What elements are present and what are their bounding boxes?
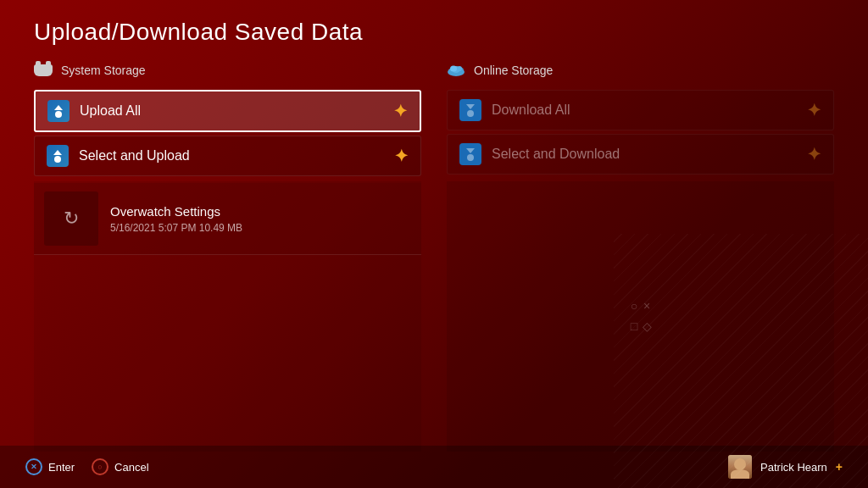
download-all-item[interactable]: Download All ✦	[447, 90, 834, 130]
circle-symbol: ○	[630, 298, 639, 315]
system-storage-header: System Storage	[34, 61, 421, 80]
triangle-symbol: ◇	[643, 319, 652, 336]
save-data-list: ↻ Overwatch Settings 5/16/2021 5:07 PM 1…	[34, 181, 421, 452]
footer: ✕ Enter ○ Cancel Patrick Hearn +	[0, 446, 868, 488]
cancel-label: Cancel	[114, 461, 148, 474]
save-data-item[interactable]: ↻ Overwatch Settings 5/16/2021 5:07 PM 1…	[34, 183, 421, 255]
select-upload-plus: ✦	[394, 146, 409, 166]
enter-label: Enter	[48, 461, 75, 474]
online-storage-label: Online Storage	[474, 64, 553, 77]
controller-icon	[34, 61, 53, 80]
user-avatar	[728, 455, 752, 479]
cancel-button[interactable]: ○ Cancel	[92, 458, 148, 475]
enter-button[interactable]: ✕ Enter	[25, 458, 75, 475]
footer-user: Patrick Hearn +	[728, 455, 843, 479]
square-symbol: □	[630, 319, 639, 336]
svg-point-4	[450, 66, 457, 72]
footer-controls: ✕ Enter ○ Cancel	[25, 458, 149, 475]
system-storage-label: System Storage	[61, 64, 146, 77]
save-data-thumbnail: ↻	[44, 191, 98, 246]
select-upload-item[interactable]: Select and Upload ✦	[34, 136, 421, 176]
select-download-item[interactable]: Select and Download ✦	[447, 134, 834, 175]
upload-all-item[interactable]: Upload All ✦	[34, 90, 421, 132]
main-content: System Storage Upload All ✦ Select and U…	[0, 61, 868, 452]
online-storage-header: Online Storage	[447, 61, 834, 80]
page-title: Upload/Download Saved Data	[0, 0, 868, 61]
select-download-icon	[459, 143, 481, 165]
download-all-plus: ✦	[807, 100, 821, 120]
download-all-icon	[459, 99, 481, 121]
username: Patrick Hearn	[760, 461, 827, 474]
online-storage-empty: ○ × □ ◇	[447, 181, 834, 452]
download-all-label: Download All	[492, 103, 807, 118]
online-storage-panel: Online Storage Download All ✦ Select and…	[447, 61, 834, 452]
ps-symbols-decoration: ○ × □ ◇	[630, 298, 652, 335]
cross-symbol: ×	[643, 298, 652, 315]
save-data-title: Overwatch Settings	[110, 204, 242, 219]
select-upload-icon	[47, 145, 69, 167]
select-upload-label: Select and Upload	[79, 148, 394, 164]
system-storage-panel: System Storage Upload All ✦ Select and U…	[34, 61, 421, 452]
cross-button-icon: ✕	[25, 458, 42, 475]
upload-all-label: Upload All	[80, 103, 393, 119]
svg-point-5	[457, 66, 462, 71]
cloud-icon	[447, 61, 465, 80]
save-data-meta: 5/16/2021 5:07 PM 10.49 MB	[110, 222, 242, 234]
upload-all-icon	[47, 100, 70, 122]
ps-plus-badge: +	[836, 460, 843, 474]
save-data-info: Overwatch Settings 5/16/2021 5:07 PM 10.…	[110, 204, 242, 234]
upload-all-plus: ✦	[393, 101, 408, 121]
sync-icon: ↻	[64, 208, 79, 230]
select-download-plus: ✦	[807, 144, 821, 164]
circle-button-icon: ○	[92, 458, 108, 475]
user-avatar-image	[728, 455, 752, 479]
select-download-label: Select and Download	[492, 147, 807, 162]
